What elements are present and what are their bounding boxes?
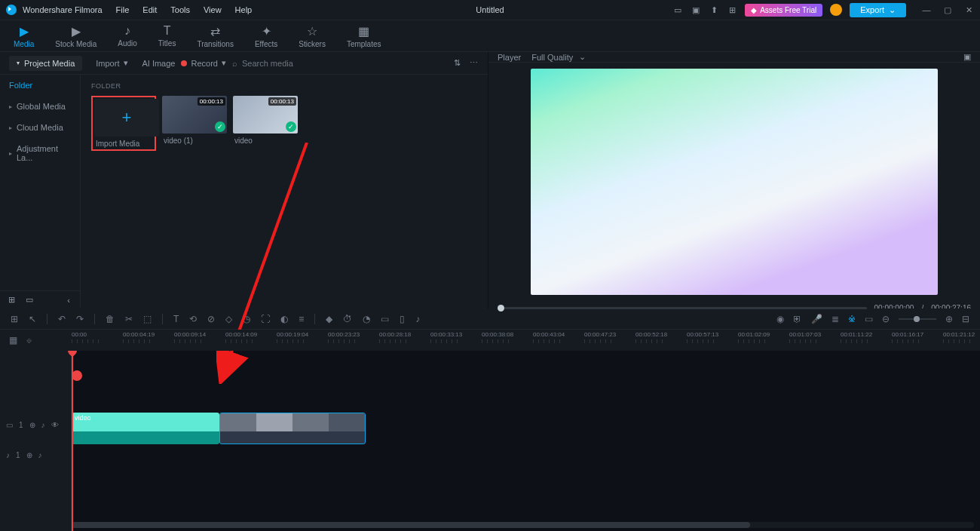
folder-icon[interactable]: ▭ [24, 295, 35, 305]
progress-bar[interactable] [498, 307, 867, 309]
ruler-tick: 00:01:11:22 [841, 330, 892, 351]
undo-icon[interactable]: ↶ [58, 314, 66, 324]
profile-avatar[interactable] [830, 4, 842, 16]
sidebar-global-media[interactable]: ▸Global Media [0, 96, 80, 117]
link-icon[interactable]: ⊘ [207, 314, 215, 324]
audio-track-header[interactable]: ♪ 1 ⊕ ♪ [0, 440, 71, 470]
import-dropdown[interactable]: Import ▾ [88, 55, 136, 71]
expand-icon[interactable]: ⛶ [261, 314, 270, 324]
snapshot-icon[interactable]: ▣ [963, 52, 971, 62]
text-icon[interactable]: T [173, 314, 179, 324]
delete-icon[interactable]: 🗑 [106, 314, 115, 324]
redo-icon[interactable]: ↷ [76, 314, 84, 324]
tab-media[interactable]: ▶Media [14, 24, 34, 48]
maximize-button[interactable]: ▢ [942, 5, 953, 15]
visibility-icon[interactable]: 👁 [51, 421, 59, 429]
quality-dropdown[interactable]: Full Quality ⌄ [531, 52, 586, 62]
cut-icon[interactable]: ✂ [125, 314, 133, 324]
adjust-icon[interactable]: ≡ [299, 314, 304, 324]
layout-icon[interactable]: ⊟ [962, 314, 969, 324]
collapse-icon[interactable]: ‹ [63, 295, 74, 305]
sidebar-adjustment-layer[interactable]: ▸Adjustment La... [0, 138, 80, 168]
tab-titles[interactable]: TTitles [158, 24, 176, 48]
mixer-icon[interactable]: ≣ [831, 314, 839, 324]
pointer-tool-icon[interactable]: ↖ [29, 314, 36, 324]
track-icon[interactable]: ▭ [381, 314, 389, 324]
speed-icon[interactable]: ⏱ [343, 314, 352, 324]
keyframe-icon[interactable]: ◆ [326, 314, 332, 324]
audio-marker[interactable] [72, 370, 82, 381]
tab-effects[interactable]: ✦Effects [255, 24, 277, 48]
menu-view[interactable]: View [204, 5, 222, 14]
mute-icon[interactable]: ♪ [41, 421, 45, 429]
chevron-down-icon: ⌄ [889, 5, 896, 15]
menu-edit[interactable]: Edit [142, 5, 157, 14]
audio-tool-icon[interactable]: ♪ [415, 314, 420, 324]
media-clip-2[interactable]: 00:00:13 ✓ video [233, 96, 298, 151]
menu-help[interactable]: Help [235, 5, 253, 14]
search-input[interactable]: ⌕ Search media [232, 59, 446, 68]
new-folder-icon[interactable]: ⊞ [6, 295, 17, 305]
sidebar-cloud-media[interactable]: ▸Cloud Media [0, 117, 80, 138]
tab-stickers-label: Stickers [299, 40, 326, 48]
progress-handle[interactable] [498, 305, 504, 312]
preview-frame[interactable] [531, 69, 938, 295]
track-manager-icon[interactable]: ▦ [9, 335, 17, 345]
ruler-tick: 00:00:19:04 [277, 330, 328, 351]
timer-icon[interactable]: ◷ [243, 314, 250, 324]
add-track-icon[interactable]: ⊕ [29, 421, 35, 429]
timeline-scrollbar[interactable] [72, 522, 974, 528]
mic-icon[interactable]: 🎤 [811, 314, 822, 324]
zoom-out-icon[interactable]: ⊖ [882, 314, 890, 324]
mute-icon[interactable]: ♪ [38, 451, 42, 459]
menu-tools[interactable]: Tools [170, 5, 190, 14]
zoom-slider[interactable] [899, 318, 936, 320]
grid-tool-icon[interactable]: ⊞ [11, 314, 18, 324]
menu-file[interactable]: File [116, 5, 130, 14]
screen-icon[interactable]: ▭ [672, 5, 683, 15]
record-dropdown[interactable]: Record ▾ [181, 58, 225, 68]
timeline-clip-2[interactable] [219, 413, 366, 444]
close-button[interactable]: ✕ [963, 5, 974, 15]
filter-icon[interactable]: ⇅ [452, 58, 462, 69]
shield-icon[interactable]: ⛨ [793, 314, 802, 324]
tab-stock-media[interactable]: ▶Stock Media [55, 24, 96, 48]
link-tracks-icon[interactable]: ⟐ [26, 335, 32, 345]
refresh-icon[interactable]: ⟲ [189, 314, 197, 324]
track-body[interactable]: video [72, 351, 980, 531]
color-icon[interactable]: ◐ [280, 314, 288, 324]
grid-icon[interactable]: ⊞ [727, 5, 737, 15]
add-track-icon[interactable]: ⊕ [26, 451, 32, 459]
export-button[interactable]: Export ⌄ [850, 3, 906, 17]
project-media-dropdown[interactable]: ▾ Project Media [9, 56, 82, 71]
view-icon[interactable]: ▭ [865, 314, 873, 324]
more-icon[interactable]: ⋯ [468, 58, 479, 69]
audio-track-icon: ♪ [6, 451, 10, 459]
zoom-in-icon[interactable]: ⊕ [945, 314, 953, 324]
tab-templates[interactable]: ▦Templates [347, 24, 381, 48]
assets-free-trial-button[interactable]: ◆ Assets Free Trial [745, 4, 822, 17]
timeline-clip-1[interactable]: video [72, 413, 219, 444]
marker-icon[interactable]: ◇ [225, 314, 232, 324]
video-track-header[interactable]: ▭ 1 ⊕ ♪ 👁 [0, 410, 71, 440]
timeline-ruler[interactable]: ▦ ⟐ 00:0000:00:04:1900:00:09:1400:00:14:… [0, 330, 980, 351]
scrollbar-thumb[interactable] [72, 522, 750, 528]
magnet-icon[interactable]: ※ [848, 314, 856, 324]
playhead[interactable] [72, 351, 73, 531]
image-icon[interactable]: ▣ [691, 5, 701, 15]
tab-stickers[interactable]: ☆Stickers [299, 24, 326, 48]
ruler-tick: 00:00:33:13 [430, 330, 482, 351]
minimize-button[interactable]: — [921, 5, 932, 15]
import-media-tile[interactable]: + Import Media [91, 96, 156, 151]
cloud-icon[interactable]: ⬆ [709, 5, 719, 15]
render-icon[interactable]: ◉ [776, 314, 784, 324]
group-icon[interactable]: ▯ [400, 314, 405, 324]
mask-icon[interactable]: ◔ [363, 314, 370, 324]
crop-icon[interactable]: ⬚ [143, 314, 152, 324]
tab-transitions[interactable]: ⇄Transitions [197, 24, 234, 48]
media-clip-1[interactable]: 00:00:13 ✓ video (1) [162, 96, 227, 151]
ai-image-button[interactable]: AI Image [142, 59, 175, 68]
sidebar-folder[interactable]: Folder [0, 75, 80, 96]
media-thumbnails: + Import Media 00:00:13 ✓ video (1) 00:0… [91, 96, 477, 151]
tab-audio[interactable]: ♪Audio [118, 24, 137, 48]
